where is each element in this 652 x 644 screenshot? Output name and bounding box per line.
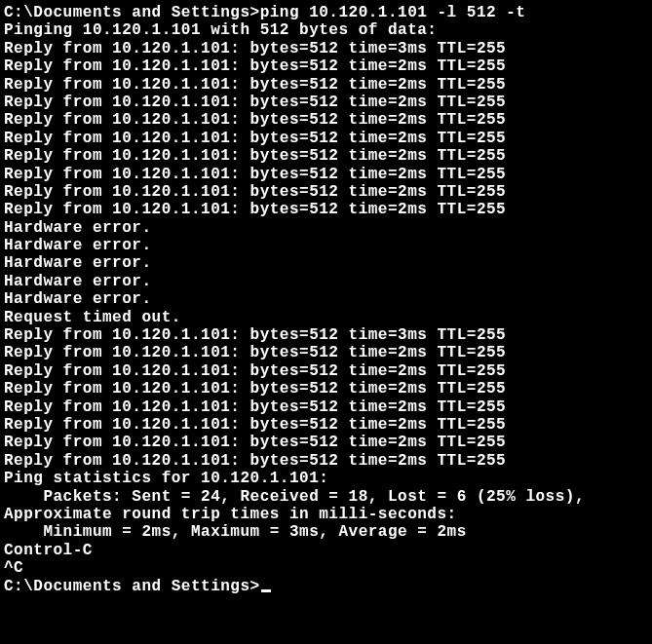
reply-line: Reply from 10.120.1.101: bytes=512 time=… [4, 111, 648, 129]
terminal-output[interactable]: C:\Documents and Settings>ping 10.120.1.… [4, 4, 648, 595]
reply-line: Reply from 10.120.1.101: bytes=512 time=… [4, 201, 648, 218]
error-line: Hardware error. [4, 237, 648, 254]
reply-line: Reply from 10.120.1.101: bytes=512 time=… [4, 57, 648, 75]
reply-line: Reply from 10.120.1.101: bytes=512 time=… [4, 434, 648, 451]
error-line: Hardware error. [4, 273, 648, 290]
stats-header: Ping statistics for 10.120.1.101: [4, 470, 648, 487]
reply-line: Reply from 10.120.1.101: bytes=512 time=… [4, 362, 648, 380]
error-line: Hardware error. [4, 254, 648, 272]
command-line: C:\Documents and Settings>ping 10.120.1.… [4, 4, 648, 21]
reply-line: Reply from 10.120.1.101: bytes=512 time=… [4, 380, 648, 398]
reply-line: Reply from 10.120.1.101: bytes=512 time=… [4, 130, 648, 147]
stats-rtt-header: Approximate round trip times in milli-se… [4, 506, 648, 523]
reply-line: Reply from 10.120.1.101: bytes=512 time=… [4, 452, 648, 470]
command-text: ping 10.120.1.101 -l 512 -t [260, 4, 526, 21]
control-c: Control-C [4, 542, 648, 559]
reply-line: Reply from 10.120.1.101: bytes=512 time=… [4, 344, 648, 361]
prompt: C:\Documents and Settings> [4, 4, 260, 21]
reply-line: Reply from 10.120.1.101: bytes=512 time=… [4, 398, 648, 416]
prompt: C:\Documents and Settings> [4, 578, 260, 595]
stats-packets: Packets: Sent = 24, Received = 18, Lost … [4, 488, 648, 506]
ping-header: Pinging 10.120.1.101 with 512 bytes of d… [4, 21, 648, 39]
reply-line: Reply from 10.120.1.101: bytes=512 time=… [4, 40, 648, 57]
reply-line: Reply from 10.120.1.101: bytes=512 time=… [4, 147, 648, 165]
caret-c: ^C [4, 559, 648, 577]
error-line: Hardware error. [4, 290, 648, 308]
reply-line: Reply from 10.120.1.101: bytes=512 time=… [4, 166, 648, 183]
timeout-line: Request timed out. [4, 309, 648, 326]
stats-rtt: Minimum = 2ms, Maximum = 3ms, Average = … [4, 523, 648, 541]
reply-line: Reply from 10.120.1.101: bytes=512 time=… [4, 183, 648, 201]
prompt-line[interactable]: C:\Documents and Settings> [4, 578, 648, 595]
reply-line: Reply from 10.120.1.101: bytes=512 time=… [4, 326, 648, 344]
reply-line: Reply from 10.120.1.101: bytes=512 time=… [4, 416, 648, 434]
reply-line: Reply from 10.120.1.101: bytes=512 time=… [4, 76, 648, 94]
error-line: Hardware error. [4, 219, 648, 237]
cursor-icon [261, 589, 271, 592]
reply-line: Reply from 10.120.1.101: bytes=512 time=… [4, 94, 648, 111]
